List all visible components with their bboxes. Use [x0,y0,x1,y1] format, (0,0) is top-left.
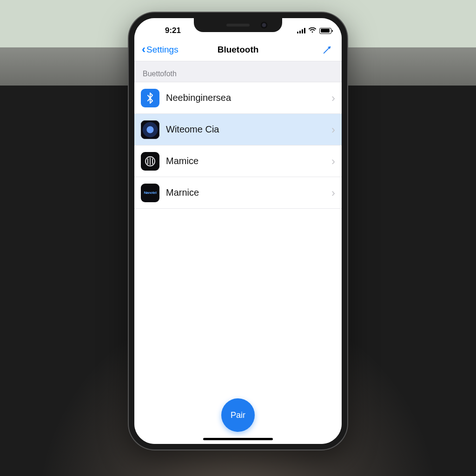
section-header: Buettofoth [134,61,342,82]
screen: 9:21 ‹ Settings Bluetooth [134,18,342,444]
home-indicator[interactable] [203,438,273,440]
pair-button[interactable]: Pair [221,398,255,432]
bluetooth-icon [141,89,159,107]
battery-icon [319,28,331,34]
wifi-icon [308,27,317,34]
brand-label-icon: Nanotel [141,184,159,202]
nav-action-button[interactable] [317,42,337,58]
cellular-signal-icon [297,28,305,33]
device-row-1[interactable]: Witeome Cia › [134,114,342,145]
navigation-bar: ‹ Settings Bluetooth [134,39,342,61]
device-label: Witeome Cia [166,124,331,135]
device-label: Marnice [166,187,331,198]
device-label: Neebinginersea [166,93,331,103]
device-row-2[interactable]: Mamice › [134,145,342,177]
back-button-label: Settings [146,45,178,55]
chevron-right-icon: › [331,155,335,168]
device-row-0[interactable]: Neebinginersea › [134,82,342,114]
camera-lens-icon [141,120,159,139]
chevron-left-icon: ‹ [142,44,145,55]
device-list: Neebinginersea › Witeome Cia › Mamice › [134,82,342,209]
phone-frame: 9:21 ‹ Settings Bluetooth [129,13,347,450]
status-indicators [297,27,331,34]
speaker-icon [141,152,159,171]
device-row-3[interactable]: Nanotel Marnice › [134,177,342,209]
chevron-right-icon: › [331,92,335,105]
back-button[interactable]: ‹ Settings [139,42,181,57]
chevron-right-icon: › [331,123,335,136]
status-time: 9:21 [147,26,198,35]
device-label: Mamice [166,156,331,166]
chevron-right-icon: › [331,186,335,199]
phone-notch [194,18,282,32]
compass-icon [322,45,332,55]
